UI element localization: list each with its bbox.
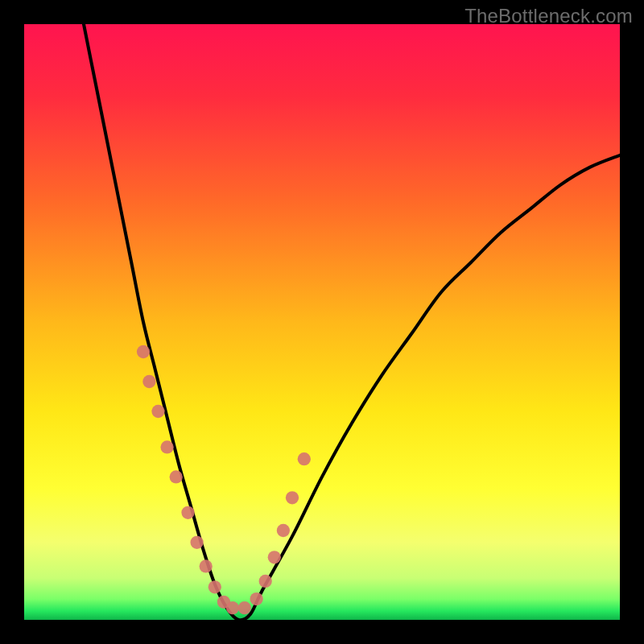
curve-marker — [259, 575, 272, 588]
curve-marker — [250, 592, 262, 605]
curve-marker — [151, 405, 164, 418]
curve-marker — [200, 559, 213, 572]
plot-area — [24, 24, 620, 620]
curve-marker — [286, 491, 299, 504]
curve-marker — [190, 536, 203, 549]
curve-marker — [142, 375, 155, 388]
curve-marker — [226, 601, 239, 614]
curve-marker — [181, 506, 194, 519]
curve-marker — [160, 440, 173, 453]
marker-group — [137, 345, 311, 614]
curve-marker — [137, 345, 150, 358]
curve-marker — [208, 580, 221, 593]
curve-marker — [277, 524, 290, 537]
curve-layer — [24, 24, 620, 620]
curve-marker — [268, 551, 281, 564]
curve-marker — [170, 470, 183, 483]
outer-frame: TheBottleneck.com — [0, 0, 644, 644]
bottleneck-curve-path — [84, 24, 620, 620]
curve-marker — [298, 452, 311, 465]
curve-marker — [238, 601, 251, 614]
